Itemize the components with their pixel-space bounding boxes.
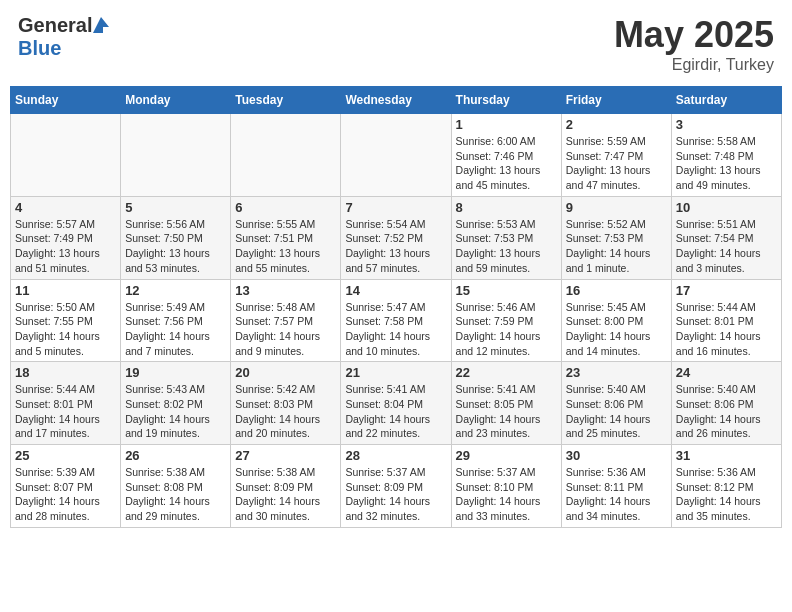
day-info: Sunrise: 5:55 AMSunset: 7:51 PMDaylight:…: [235, 217, 336, 276]
weekday-header-friday: Friday: [561, 87, 671, 114]
day-info: Sunrise: 5:56 AMSunset: 7:50 PMDaylight:…: [125, 217, 226, 276]
calendar-cell: 29Sunrise: 5:37 AMSunset: 8:10 PMDayligh…: [451, 445, 561, 528]
calendar-cell: 1Sunrise: 6:00 AMSunset: 7:46 PMDaylight…: [451, 114, 561, 197]
weekday-header-wednesday: Wednesday: [341, 87, 451, 114]
weekday-header-tuesday: Tuesday: [231, 87, 341, 114]
weekday-header-saturday: Saturday: [671, 87, 781, 114]
calendar-cell: 4Sunrise: 5:57 AMSunset: 7:49 PMDaylight…: [11, 196, 121, 279]
day-number: 26: [125, 448, 226, 463]
calendar-cell: 10Sunrise: 5:51 AMSunset: 7:54 PMDayligh…: [671, 196, 781, 279]
page-header: General Blue May 2025 Egirdir, Turkey: [10, 10, 782, 78]
weekday-header-sunday: Sunday: [11, 87, 121, 114]
location-subtitle: Egirdir, Turkey: [614, 56, 774, 74]
day-number: 4: [15, 200, 116, 215]
calendar-cell: 30Sunrise: 5:36 AMSunset: 8:11 PMDayligh…: [561, 445, 671, 528]
weekday-header-monday: Monday: [121, 87, 231, 114]
calendar-cell: 27Sunrise: 5:38 AMSunset: 8:09 PMDayligh…: [231, 445, 341, 528]
calendar-cell: 15Sunrise: 5:46 AMSunset: 7:59 PMDayligh…: [451, 279, 561, 362]
logo-blue-text: Blue: [18, 37, 61, 59]
day-number: 6: [235, 200, 336, 215]
day-info: Sunrise: 5:48 AMSunset: 7:57 PMDaylight:…: [235, 300, 336, 359]
day-number: 17: [676, 283, 777, 298]
logo-general-text: General: [18, 14, 92, 37]
day-number: 10: [676, 200, 777, 215]
day-info: Sunrise: 5:45 AMSunset: 8:00 PMDaylight:…: [566, 300, 667, 359]
calendar-cell: 14Sunrise: 5:47 AMSunset: 7:58 PMDayligh…: [341, 279, 451, 362]
day-info: Sunrise: 5:37 AMSunset: 8:09 PMDaylight:…: [345, 465, 446, 524]
day-info: Sunrise: 5:41 AMSunset: 8:04 PMDaylight:…: [345, 382, 446, 441]
day-info: Sunrise: 5:49 AMSunset: 7:56 PMDaylight:…: [125, 300, 226, 359]
calendar-cell: 26Sunrise: 5:38 AMSunset: 8:08 PMDayligh…: [121, 445, 231, 528]
svg-marker-0: [93, 17, 109, 33]
day-info: Sunrise: 5:51 AMSunset: 7:54 PMDaylight:…: [676, 217, 777, 276]
day-info: Sunrise: 5:38 AMSunset: 8:08 PMDaylight:…: [125, 465, 226, 524]
day-number: 3: [676, 117, 777, 132]
calendar-cell: [11, 114, 121, 197]
calendar-cell: [231, 114, 341, 197]
day-info: Sunrise: 5:42 AMSunset: 8:03 PMDaylight:…: [235, 382, 336, 441]
day-number: 19: [125, 365, 226, 380]
calendar-cell: 2Sunrise: 5:59 AMSunset: 7:47 PMDaylight…: [561, 114, 671, 197]
day-info: Sunrise: 5:57 AMSunset: 7:49 PMDaylight:…: [15, 217, 116, 276]
day-info: Sunrise: 5:59 AMSunset: 7:47 PMDaylight:…: [566, 134, 667, 193]
day-number: 22: [456, 365, 557, 380]
day-number: 12: [125, 283, 226, 298]
day-number: 13: [235, 283, 336, 298]
calendar-cell: 7Sunrise: 5:54 AMSunset: 7:52 PMDaylight…: [341, 196, 451, 279]
calendar-week-row: 25Sunrise: 5:39 AMSunset: 8:07 PMDayligh…: [11, 445, 782, 528]
day-number: 30: [566, 448, 667, 463]
day-info: Sunrise: 5:43 AMSunset: 8:02 PMDaylight:…: [125, 382, 226, 441]
calendar-cell: 28Sunrise: 5:37 AMSunset: 8:09 PMDayligh…: [341, 445, 451, 528]
day-number: 7: [345, 200, 446, 215]
calendar-table: SundayMondayTuesdayWednesdayThursdayFrid…: [10, 86, 782, 528]
calendar-cell: 24Sunrise: 5:40 AMSunset: 8:06 PMDayligh…: [671, 362, 781, 445]
calendar-cell: 5Sunrise: 5:56 AMSunset: 7:50 PMDaylight…: [121, 196, 231, 279]
day-info: Sunrise: 5:41 AMSunset: 8:05 PMDaylight:…: [456, 382, 557, 441]
day-number: 14: [345, 283, 446, 298]
day-number: 9: [566, 200, 667, 215]
calendar-cell: 11Sunrise: 5:50 AMSunset: 7:55 PMDayligh…: [11, 279, 121, 362]
day-number: 31: [676, 448, 777, 463]
day-info: Sunrise: 5:39 AMSunset: 8:07 PMDaylight:…: [15, 465, 116, 524]
day-info: Sunrise: 5:37 AMSunset: 8:10 PMDaylight:…: [456, 465, 557, 524]
weekday-header-thursday: Thursday: [451, 87, 561, 114]
logo: General Blue: [18, 14, 109, 60]
day-info: Sunrise: 5:40 AMSunset: 8:06 PMDaylight:…: [566, 382, 667, 441]
calendar-cell: 3Sunrise: 5:58 AMSunset: 7:48 PMDaylight…: [671, 114, 781, 197]
day-number: 16: [566, 283, 667, 298]
calendar-cell: 13Sunrise: 5:48 AMSunset: 7:57 PMDayligh…: [231, 279, 341, 362]
day-number: 1: [456, 117, 557, 132]
calendar-cell: 9Sunrise: 5:52 AMSunset: 7:53 PMDaylight…: [561, 196, 671, 279]
day-number: 29: [456, 448, 557, 463]
calendar-title: May 2025 Egirdir, Turkey: [614, 14, 774, 74]
day-info: Sunrise: 5:47 AMSunset: 7:58 PMDaylight:…: [345, 300, 446, 359]
calendar-cell: 18Sunrise: 5:44 AMSunset: 8:01 PMDayligh…: [11, 362, 121, 445]
day-number: 11: [15, 283, 116, 298]
calendar-cell: 22Sunrise: 5:41 AMSunset: 8:05 PMDayligh…: [451, 362, 561, 445]
month-year-title: May 2025: [614, 14, 774, 56]
day-number: 8: [456, 200, 557, 215]
day-number: 5: [125, 200, 226, 215]
day-info: Sunrise: 5:44 AMSunset: 8:01 PMDaylight:…: [15, 382, 116, 441]
calendar-week-row: 18Sunrise: 5:44 AMSunset: 8:01 PMDayligh…: [11, 362, 782, 445]
day-number: 23: [566, 365, 667, 380]
day-info: Sunrise: 5:52 AMSunset: 7:53 PMDaylight:…: [566, 217, 667, 276]
calendar-cell: 19Sunrise: 5:43 AMSunset: 8:02 PMDayligh…: [121, 362, 231, 445]
day-info: Sunrise: 5:50 AMSunset: 7:55 PMDaylight:…: [15, 300, 116, 359]
calendar-week-row: 4Sunrise: 5:57 AMSunset: 7:49 PMDaylight…: [11, 196, 782, 279]
day-info: Sunrise: 5:58 AMSunset: 7:48 PMDaylight:…: [676, 134, 777, 193]
day-number: 15: [456, 283, 557, 298]
calendar-cell: [121, 114, 231, 197]
day-info: Sunrise: 5:46 AMSunset: 7:59 PMDaylight:…: [456, 300, 557, 359]
day-info: Sunrise: 5:53 AMSunset: 7:53 PMDaylight:…: [456, 217, 557, 276]
calendar-week-row: 1Sunrise: 6:00 AMSunset: 7:46 PMDaylight…: [11, 114, 782, 197]
calendar-cell: [341, 114, 451, 197]
day-number: 25: [15, 448, 116, 463]
day-number: 28: [345, 448, 446, 463]
calendar-cell: 8Sunrise: 5:53 AMSunset: 7:53 PMDaylight…: [451, 196, 561, 279]
day-number: 2: [566, 117, 667, 132]
calendar-cell: 6Sunrise: 5:55 AMSunset: 7:51 PMDaylight…: [231, 196, 341, 279]
day-number: 24: [676, 365, 777, 380]
calendar-cell: 17Sunrise: 5:44 AMSunset: 8:01 PMDayligh…: [671, 279, 781, 362]
day-info: Sunrise: 5:38 AMSunset: 8:09 PMDaylight:…: [235, 465, 336, 524]
